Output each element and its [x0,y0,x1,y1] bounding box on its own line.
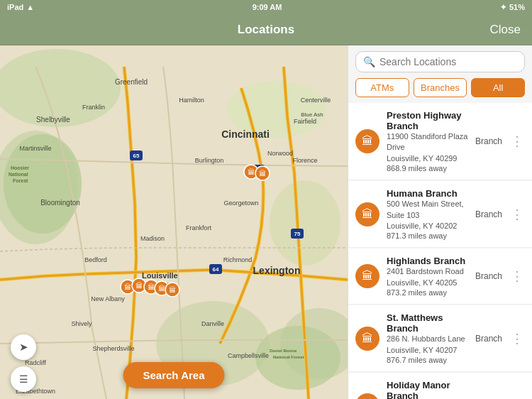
location-info: Holiday Manor Branch 4944 U.S. Highway 4… [387,380,468,399]
tab-branches[interactable]: Branches [414,78,467,97]
location-info: Humana Branch 500 West Main Street, Suit… [387,188,468,240]
svg-text:Danville: Danville [201,320,224,327]
time-label: 9:09 AM [253,3,282,11]
location-name: St. Matthews Branch [387,312,468,334]
more-options-button[interactable]: ⋮ [509,133,525,149]
location-name: Humana Branch [387,188,468,199]
location-city: Louisville, KY 40207 [387,345,468,356]
branch-icon: 🏛 [355,393,379,399]
status-right: ✦ 51% [500,3,525,12]
list-item[interactable]: 🏛 St. Matthews Branch 286 N. Hubbards La… [348,305,532,372]
location-arrow-icon: ➤ [19,341,28,354]
svg-text:Shepherdsville: Shepherdsville [92,345,134,352]
close-button[interactable]: Close [490,23,521,37]
bluetooth-icon: ✦ [500,3,506,12]
list-item[interactable]: 🏛 Preston Highway Branch 11900 Standifor… [348,103,532,180]
svg-text:Shively: Shively [71,320,92,327]
svg-text:🏛: 🏛 [248,168,255,176]
search-input[interactable] [379,56,517,67]
svg-text:Hoosier: Hoosier [11,165,29,170]
search-area-button[interactable]: Search Area [123,362,225,388]
svg-text:Madison: Madison [140,235,165,242]
location-list: 🏛 Preston Highway Branch 11900 Standifor… [348,103,532,399]
nav-bar: Locations Close [0,14,532,45]
more-options-button[interactable]: ⋮ [509,331,525,346]
search-icon: 🔍 [363,56,375,67]
location-info: St. Matthews Branch 286 N. Hubbards Lane… [387,312,468,364]
svg-text:64: 64 [213,266,219,273]
svg-text:Bedford: Bedford [84,256,107,263]
list-icon: ☰ [19,373,28,385]
filter-tabs: ATMs Branches All [348,78,532,103]
svg-text:Florence: Florence [292,157,317,164]
battery-label: 51% [509,3,525,11]
location-info: Highlands Branch 2401 Bardstown Road Lou… [387,256,468,297]
svg-text:Campbellsville: Campbellsville [228,352,269,359]
svg-text:75: 75 [294,231,301,237]
branch-icon: 🏛 [355,327,379,351]
more-options-button[interactable]: ⋮ [509,207,525,222]
svg-text:Franklin: Franklin [82,104,105,111]
list-item[interactable]: 🏛 Humana Branch 500 West Main Street, Su… [348,181,532,248]
svg-text:🏛: 🏛 [169,286,176,294]
branch-icon: 🏛 [355,264,379,288]
location-distance: 871.3 miles away [387,231,468,240]
svg-text:Lexington: Lexington [253,265,301,276]
location-button[interactable]: ➤ [11,334,36,360]
svg-text:Radcliff: Radcliff [25,359,46,366]
svg-text:Shelbyville: Shelbyville [36,116,70,124]
list-item[interactable]: 🏛 Highlands Branch 2401 Bardstown Road L… [348,248,532,305]
svg-text:New Albany: New Albany [91,295,125,302]
svg-text:Centerville: Centerville [301,97,331,104]
location-name: Preston Highway Branch [387,110,468,131]
branch-icon: 🏛 [355,129,379,153]
status-left: iPad ▲ [7,3,34,11]
location-type: Branch [475,136,502,146]
svg-text:🏛: 🏛 [148,283,155,291]
svg-text:🏛: 🏛 [135,282,143,290]
svg-text:🏛: 🏛 [259,170,266,177]
location-city: Louisville, KY 40299 [387,153,468,164]
svg-text:Georgetown: Georgetown [223,200,258,207]
svg-point-4 [270,180,340,266]
right-panel: 🔍 ATMs Branches All 🏛 Preston Highway Br… [348,45,532,399]
location-type: Branch [475,271,502,281]
svg-text:Frankfort: Frankfort [186,224,212,231]
search-bar[interactable]: 🔍 [355,51,525,72]
svg-text:🏛: 🏛 [124,283,131,291]
status-bar: iPad ▲ 9:09 AM ✦ 51% [0,0,532,14]
tab-all[interactable]: All [471,78,525,97]
svg-text:Hamilton: Hamilton [179,97,204,104]
location-name: Highlands Branch [387,256,468,266]
location-address: 2401 Bardstown Road [387,266,468,277]
location-address: 11900 Standiford Plaza Drive [387,131,468,153]
svg-text:Cincinnati: Cincinnati [221,129,270,140]
search-bar-container: 🔍 [348,45,532,78]
branch-icon: 🏛 [355,202,379,226]
svg-text:🏛: 🏛 [158,285,165,293]
main-container: Hoosier National Forest Daniel Boone Nat… [0,45,532,399]
svg-text:Fairfield: Fairfield [294,118,316,125]
svg-text:Daniel Boone: Daniel Boone [270,349,297,353]
list-item[interactable]: 🏛 Holiday Manor Branch 4944 U.S. Highway… [348,373,532,399]
map-area[interactable]: Hoosier National Forest Daniel Boone Nat… [0,45,348,399]
svg-text:65: 65 [133,153,140,159]
tab-atms[interactable]: ATMs [355,78,409,97]
location-type: Branch [475,334,502,344]
location-name: Holiday Manor Branch [387,380,468,399]
svg-text:Richmond: Richmond [223,256,253,263]
svg-text:Louisville: Louisville [142,271,178,280]
location-info: Preston Highway Branch 11900 Standiford … [387,110,468,173]
svg-text:Martinsville: Martinsville [19,145,51,152]
location-city: Louisville, KY 40205 [387,278,468,288]
location-distance: 873.2 miles away [387,288,468,297]
wifi-icon: ▲ [26,3,34,11]
svg-text:Greenfield: Greenfield [115,78,148,86]
svg-text:Bloomington: Bloomington [40,199,80,207]
location-address: 286 N. Hubbards Lane [387,334,468,344]
svg-text:Blue Ash: Blue Ash [301,111,323,118]
svg-text:National: National [9,172,28,177]
more-options-button[interactable]: ⋮ [509,268,525,284]
location-address: 500 West Main Street, Suite 103 [387,199,468,221]
list-view-button[interactable]: ☰ [11,366,36,392]
